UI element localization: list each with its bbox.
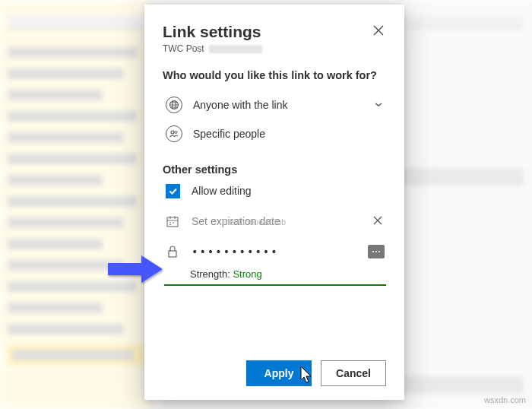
source-watermark: wsxdn.com — [484, 395, 526, 404]
allow-editing-label: Allow editing — [192, 185, 252, 197]
clear-icon — [373, 216, 382, 225]
strength-bar — [164, 284, 386, 286]
svg-point-7 — [375, 251, 377, 252]
option-specific-people[interactable]: Specific people — [163, 119, 386, 148]
option-anyone-with-link[interactable]: Anyone with the link — [163, 90, 386, 119]
clear-expiration-button[interactable] — [371, 215, 385, 227]
close-button[interactable] — [371, 23, 386, 38]
svg-point-2 — [171, 131, 174, 134]
link-settings-dialog: Link settings TWC Post Who would you lik… — [144, 5, 404, 400]
svg-point-6 — [372, 251, 374, 252]
link-scope-question: Who would you like this link to work for… — [163, 69, 386, 81]
globe-icon — [166, 97, 182, 113]
other-settings-header: Other settings — [163, 163, 386, 176]
svg-rect-5 — [169, 251, 176, 257]
password-reveal-button[interactable] — [368, 245, 385, 258]
svg-point-3 — [175, 132, 177, 134]
cancel-button[interactable]: Cancel — [321, 360, 386, 386]
document-name: TWC Post — [163, 43, 262, 54]
password-strength: Strength: Strong — [163, 268, 386, 280]
people-icon — [166, 125, 182, 142]
allow-editing-checkbox[interactable] — [166, 184, 180, 198]
close-icon — [373, 25, 384, 36]
expiration-placeholder: Set expiration date — [192, 215, 280, 227]
password-row[interactable]: ••••••••••• — [163, 236, 386, 267]
option-label: Specific people — [193, 128, 265, 140]
link-scope-options: Anyone with the link Specific people — [163, 90, 386, 148]
strength-label: Strength: — [190, 268, 230, 280]
password-field[interactable]: ••••••••••• — [192, 246, 357, 258]
apply-button[interactable]: Apply — [246, 360, 312, 386]
password-reveal-icon — [371, 248, 382, 255]
option-label: Anyone with the link — [193, 99, 288, 111]
dialog-title: Link settings — [163, 23, 262, 41]
chevron-down-icon — [374, 99, 383, 111]
check-icon — [168, 186, 178, 196]
calendar-icon — [164, 213, 181, 230]
svg-rect-4 — [167, 217, 178, 227]
expiration-row[interactable]: Set expiration date — [163, 206, 386, 236]
lock-icon — [164, 243, 181, 260]
strength-value: Strong — [233, 268, 261, 280]
allow-editing-row[interactable]: Allow editing — [163, 176, 386, 206]
svg-point-8 — [378, 251, 380, 252]
